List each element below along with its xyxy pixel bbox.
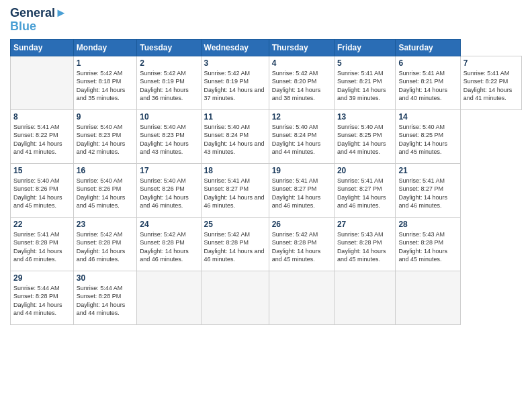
day-number: 23	[77, 220, 134, 229]
calendar-cell: 5 Sunrise: 5:41 AM Sunset: 8:21 PM Dayli…	[334, 56, 396, 109]
day-number: 6	[398, 58, 457, 68]
calendar-cell: 11 Sunrise: 5:40 AM Sunset: 8:24 PM Dayl…	[201, 109, 269, 163]
calendar-header-sunday: Sunday	[11, 39, 74, 56]
day-info: Sunrise: 5:41 AM Sunset: 8:27 PM Dayligh…	[204, 177, 266, 210]
day-number: 11	[204, 112, 266, 122]
calendar-cell: 23 Sunrise: 5:42 AM Sunset: 8:28 PM Dayl…	[73, 217, 136, 271]
day-number: 4	[272, 58, 331, 68]
day-number: 14	[398, 112, 457, 122]
day-number: 7	[463, 58, 519, 68]
day-info: Sunrise: 5:42 AM Sunset: 8:28 PM Dayligh…	[140, 230, 197, 264]
main-container: General► Blue SundayMondayTuesdayWednesd…	[0, 0, 532, 411]
day-info: Sunrise: 5:40 AM Sunset: 8:24 PM Dayligh…	[272, 123, 331, 156]
day-info: Sunrise: 5:42 AM Sunset: 8:20 PM Dayligh…	[272, 69, 331, 103]
header: General► Blue	[10, 7, 522, 34]
day-number: 13	[337, 112, 393, 122]
calendar-cell	[137, 271, 201, 324]
calendar-header-row: SundayMondayTuesdayWednesdayThursdayFrid…	[11, 39, 522, 56]
day-info: Sunrise: 5:40 AM Sunset: 8:25 PM Dayligh…	[337, 123, 393, 156]
day-number: 20	[337, 166, 393, 175]
calendar-cell: 27 Sunrise: 5:43 AM Sunset: 8:28 PM Dayl…	[334, 217, 396, 271]
calendar-header-friday: Friday	[334, 39, 396, 56]
calendar-table: SundayMondayTuesdayWednesdayThursdayFrid…	[10, 39, 522, 325]
day-info: Sunrise: 5:40 AM Sunset: 8:24 PM Dayligh…	[204, 123, 266, 156]
calendar-cell: 28 Sunrise: 5:43 AM Sunset: 8:28 PM Dayl…	[396, 217, 460, 271]
calendar-cell: 9 Sunrise: 5:40 AM Sunset: 8:23 PM Dayli…	[73, 109, 136, 163]
day-info: Sunrise: 5:41 AM Sunset: 8:22 PM Dayligh…	[13, 123, 71, 156]
day-number: 26	[272, 220, 331, 229]
day-number: 24	[140, 220, 197, 229]
calendar-week-0: 1 Sunrise: 5:42 AM Sunset: 8:18 PM Dayli…	[11, 56, 522, 109]
day-info: Sunrise: 5:44 AM Sunset: 8:28 PM Dayligh…	[77, 284, 134, 318]
calendar-header-thursday: Thursday	[269, 39, 334, 56]
day-number: 8	[13, 112, 71, 122]
calendar-cell: 2 Sunrise: 5:42 AM Sunset: 8:19 PM Dayli…	[137, 56, 201, 109]
day-number: 27	[337, 220, 393, 229]
day-info: Sunrise: 5:43 AM Sunset: 8:28 PM Dayligh…	[398, 230, 457, 264]
calendar-cell: 4 Sunrise: 5:42 AM Sunset: 8:20 PM Dayli…	[269, 56, 334, 109]
day-info: Sunrise: 5:42 AM Sunset: 8:28 PM Dayligh…	[77, 230, 134, 264]
calendar-cell	[269, 271, 334, 324]
day-number: 16	[77, 166, 134, 175]
calendar-cell	[201, 271, 269, 324]
calendar-cell	[396, 271, 460, 324]
day-info: Sunrise: 5:42 AM Sunset: 8:19 PM Dayligh…	[140, 69, 197, 103]
day-number: 12	[272, 112, 331, 122]
calendar-header-tuesday: Tuesday	[137, 39, 201, 56]
calendar-cell: 24 Sunrise: 5:42 AM Sunset: 8:28 PM Dayl…	[137, 217, 201, 271]
day-number: 29	[13, 273, 71, 283]
calendar-cell: 14 Sunrise: 5:40 AM Sunset: 8:25 PM Dayl…	[396, 109, 460, 163]
calendar-cell: 16 Sunrise: 5:40 AM Sunset: 8:26 PM Dayl…	[73, 163, 136, 217]
calendar-cell	[334, 271, 396, 324]
calendar-cell: 10 Sunrise: 5:40 AM Sunset: 8:23 PM Dayl…	[137, 109, 201, 163]
day-info: Sunrise: 5:40 AM Sunset: 8:23 PM Dayligh…	[140, 123, 197, 156]
day-number: 25	[204, 220, 266, 229]
day-info: Sunrise: 5:40 AM Sunset: 8:25 PM Dayligh…	[398, 123, 457, 156]
day-info: Sunrise: 5:41 AM Sunset: 8:22 PM Dayligh…	[463, 69, 519, 103]
day-number: 18	[204, 166, 266, 175]
day-info: Sunrise: 5:40 AM Sunset: 8:26 PM Dayligh…	[77, 177, 134, 210]
day-number: 30	[77, 273, 134, 283]
calendar-week-1: 8 Sunrise: 5:41 AM Sunset: 8:22 PM Dayli…	[11, 109, 522, 163]
day-info: Sunrise: 5:42 AM Sunset: 8:18 PM Dayligh…	[77, 69, 134, 103]
calendar-cell: 13 Sunrise: 5:40 AM Sunset: 8:25 PM Dayl…	[334, 109, 396, 163]
day-info: Sunrise: 5:41 AM Sunset: 8:27 PM Dayligh…	[337, 177, 393, 210]
calendar-cell: 3 Sunrise: 5:42 AM Sunset: 8:19 PM Dayli…	[201, 56, 269, 109]
day-number: 1	[77, 58, 134, 68]
day-info: Sunrise: 5:43 AM Sunset: 8:28 PM Dayligh…	[337, 230, 393, 264]
logo-text: General►	[10, 7, 67, 20]
calendar-cell: 25 Sunrise: 5:42 AM Sunset: 8:28 PM Dayl…	[201, 217, 269, 271]
calendar-cell: 22 Sunrise: 5:41 AM Sunset: 8:28 PM Dayl…	[11, 217, 74, 271]
day-number: 28	[398, 220, 457, 229]
day-number: 21	[398, 166, 457, 175]
day-info: Sunrise: 5:41 AM Sunset: 8:27 PM Dayligh…	[272, 177, 331, 210]
day-number: 5	[337, 58, 393, 68]
day-info: Sunrise: 5:42 AM Sunset: 8:19 PM Dayligh…	[204, 69, 266, 103]
day-info: Sunrise: 5:41 AM Sunset: 8:27 PM Dayligh…	[398, 177, 457, 210]
logo-blue: Blue	[10, 20, 67, 34]
calendar-cell: 21 Sunrise: 5:41 AM Sunset: 8:27 PM Dayl…	[396, 163, 460, 217]
calendar-cell: 6 Sunrise: 5:41 AM Sunset: 8:21 PM Dayli…	[396, 56, 460, 109]
day-info: Sunrise: 5:44 AM Sunset: 8:28 PM Dayligh…	[13, 284, 71, 318]
calendar-cell: 18 Sunrise: 5:41 AM Sunset: 8:27 PM Dayl…	[201, 163, 269, 217]
logo: General► Blue	[10, 7, 67, 34]
day-info: Sunrise: 5:40 AM Sunset: 8:23 PM Dayligh…	[77, 123, 134, 156]
day-number: 9	[77, 112, 134, 122]
calendar-header-saturday: Saturday	[396, 39, 460, 56]
day-info: Sunrise: 5:40 AM Sunset: 8:26 PM Dayligh…	[140, 177, 197, 210]
calendar-week-2: 15 Sunrise: 5:40 AM Sunset: 8:26 PM Dayl…	[11, 163, 522, 217]
calendar-cell: 19 Sunrise: 5:41 AM Sunset: 8:27 PM Dayl…	[269, 163, 334, 217]
calendar-cell: 30 Sunrise: 5:44 AM Sunset: 8:28 PM Dayl…	[73, 271, 136, 324]
day-number: 2	[140, 58, 197, 68]
day-info: Sunrise: 5:42 AM Sunset: 8:28 PM Dayligh…	[204, 230, 266, 264]
day-number: 19	[272, 166, 331, 175]
day-number: 3	[204, 58, 266, 68]
day-number: 10	[140, 112, 197, 122]
calendar-cell: 17 Sunrise: 5:40 AM Sunset: 8:26 PM Dayl…	[137, 163, 201, 217]
calendar-cell: 12 Sunrise: 5:40 AM Sunset: 8:24 PM Dayl…	[269, 109, 334, 163]
calendar-cell: 8 Sunrise: 5:41 AM Sunset: 8:22 PM Dayli…	[11, 109, 74, 163]
calendar-cell: 29 Sunrise: 5:44 AM Sunset: 8:28 PM Dayl…	[11, 271, 74, 324]
calendar-cell: 26 Sunrise: 5:42 AM Sunset: 8:28 PM Dayl…	[269, 217, 334, 271]
calendar-header-wednesday: Wednesday	[201, 39, 269, 56]
day-number: 22	[13, 220, 71, 229]
